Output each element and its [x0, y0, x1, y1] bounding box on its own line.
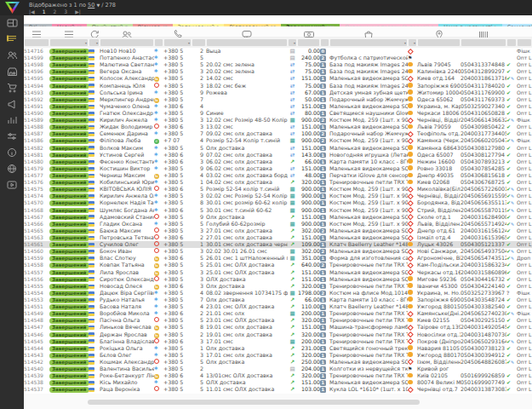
order-row[interactable]: 514586ЗавершенийФіліпова Люба✆+7 074Розм… — [24, 137, 532, 144]
order-row[interactable]: 514559ЗавершенийВлас Слотюуlc+380 6526.0… — [24, 255, 532, 262]
sidebar-item-clients[interactable] — [0, 48, 24, 64]
order-row[interactable]: 514596ЗавершенийВегера Оксана*+380 5320.… — [24, 68, 532, 75]
order-row[interactable]: 514546ЗавершенийДержан Ярославlc+380 521… — [24, 331, 532, 337]
order-row[interactable]: 514549ЗавершенийВоробйов Микола*+380 622… — [24, 310, 532, 317]
filter-input-name[interactable] — [100, 39, 153, 46]
order-row[interactable]: 514557ЗавершенийЛила Ярославlc+380 5325.… — [24, 269, 532, 276]
sidebar-item-orders-list[interactable] — [0, 32, 24, 48]
status-tab-3[interactable]: Відмова42 — [133, 15, 173, 26]
order-row[interactable]: 514589ЗавершенийКирилич Анжела*+380 5312… — [24, 117, 532, 124]
order-row[interactable]: 514538ЗавершенийКісь Михайло*+380 55ОЛХ … — [24, 379, 532, 386]
last-page-button[interactable]: ▶| — [75, 9, 81, 14]
horizontal-scrollbar[interactable] — [88, 400, 420, 405]
status-tab-9[interactable]: Самовивіз2 — [502, 15, 532, 26]
ukraine-flag-icon — [89, 222, 94, 227]
order-row[interactable]: 514551ЗавершенийБасова Наталя*+380 5423.… — [24, 303, 532, 310]
filter-input-ttn[interactable] — [461, 39, 506, 46]
carrier-cell — [408, 241, 417, 248]
order-row[interactable]: 514556ЗавершенийСиротюк Олександр+380 53… — [24, 276, 532, 283]
order-row[interactable]: 514598ЗавершенийМалютина Светлана*+380 5… — [24, 61, 532, 68]
filter-input-mark[interactable] — [507, 39, 516, 46]
order-row[interactable]: 514581ЗавершенийУстинов Сергей*+380 6907… — [24, 152, 532, 158]
sidebar-item-video[interactable] — [0, 177, 24, 193]
client-phone: +380 5 — [163, 214, 192, 221]
sidebar-item-globe[interactable] — [0, 161, 24, 177]
status-tab-1[interactable]: Новий48 — [52, 15, 87, 26]
order-row[interactable]: 514543ЗавершенийБєлов Олег*+380 5317.01 … — [24, 352, 532, 359]
order-row[interactable]: 514570ЗавершенийКорнелюк Надія Та...*+38… — [24, 199, 532, 206]
order-row[interactable]: 514582ЗавершенийВолков Максим*+380 55Олх… — [24, 145, 532, 152]
filter-input-price[interactable] — [298, 39, 319, 46]
order-row[interactable]: 514565ЗавершенийБаюка Максим+380 5327.01… — [24, 228, 532, 234]
order-row[interactable]: 514540ЗавершенийВалентина Васильє...*+38… — [24, 366, 532, 372]
sidebar-item-announce[interactable] — [0, 96, 24, 112]
source-lc-icon: lc — [154, 256, 159, 262]
order-row[interactable]: 514594ЗавершенийКомпанець Юля+380 5318.0… — [24, 83, 532, 89]
order-row[interactable]: 514716ЗавершенийНов10 Нов10*+380 52Выца▤… — [24, 48, 532, 55]
order-row[interactable]: 514599ЗавершенийПотапенко Анастас...*+38… — [24, 55, 532, 61]
order-row[interactable]: 514555ЗавершенийНовосад Олесяlc+380 63Ол… — [24, 283, 532, 290]
filter-input-product[interactable] — [330, 39, 407, 46]
status-tab-6[interactable]: Завершений278 — [281, 15, 340, 26]
status-tab-0[interactable]: Всі471 — [24, 15, 52, 26]
filter-input-mgr[interactable] — [518, 39, 531, 46]
order-row[interactable]: 514553ЗавершенийРудько Наталья*+380 57Ол… — [24, 297, 532, 303]
order-row[interactable]: 514587ЗавершенийСеменюк Дарина*+380 5709… — [24, 130, 532, 137]
flag-cell — [89, 61, 100, 68]
status-tab-8[interactable]: Нема в наявності1 — [438, 15, 501, 26]
order-row[interactable]: 514593ЗавершенийСольська Ірина*+380 59Ро… — [24, 89, 532, 96]
status-tab-7[interactable]: Повернення товару (в дорозі)0 — [340, 15, 438, 26]
order-price: 151.00 — [297, 165, 320, 172]
page-button-2[interactable]: 2 — [53, 9, 56, 14]
order-row[interactable]: 514539ЗавершенийРоке-Бетанкурт Лін...lc+… — [24, 372, 532, 379]
filter-input-status[interactable] — [50, 39, 88, 46]
status-tab-2[interactable]: Прийнятий7 — [87, 15, 133, 26]
order-row[interactable]: 514537ЗавершенийРаца Вероніка+380 5511.0… — [24, 386, 532, 393]
order-row[interactable]: 514579ЗавершенийКостишин Виктор*+380 590… — [24, 165, 532, 172]
sidebar-item-dashboard[interactable] — [0, 15, 24, 32]
order-row[interactable]: 514547ЗавершенийЛиньков Вячеславlc+380 5… — [24, 324, 532, 331]
order-row[interactable]: 514545ЗавершенийБлагінна Владіслава+380 … — [24, 338, 532, 345]
filter-input-comment[interactable] — [207, 39, 287, 46]
sidebar-item-info[interactable] — [0, 145, 24, 161]
status-tab-5[interactable]: Відправлений12 — [224, 15, 281, 26]
order-row[interactable]: 514563ЗавершенийПетровська Тетяна+380 62… — [24, 234, 532, 241]
order-row[interactable]: 514542ЗавершенийКошмак Александр+380 55О… — [24, 359, 532, 366]
page-button-3[interactable]: 3 — [64, 9, 67, 14]
order-row[interactable]: 514588ЗавершенийЖидак Володимир+380 6313… — [24, 124, 532, 130]
filter-input-id[interactable] — [25, 39, 49, 46]
order-row[interactable]: 514576ЗавершенийКобилинський Юрий*+380 5… — [24, 179, 532, 186]
sidebar-item-store[interactable] — [0, 64, 24, 80]
sidebar-item-stats[interactable] — [0, 112, 24, 129]
sidebar-item-settings-sliders[interactable] — [0, 129, 24, 145]
order-row[interactable]: 514591ЗавершенийЧумаченко Олена*+380 64⇄… — [24, 103, 532, 110]
order-row[interactable]: 514561ЗавершенийСучилов Олег+380 5130.01… — [24, 241, 532, 248]
filter-input-count[interactable] — [192, 39, 205, 46]
order-row[interactable]: 514567ЗавершенийАдамовский Станис...+380… — [24, 214, 532, 221]
order-row[interactable]: 514580ЗавершенийФесенко Константин*+380 … — [24, 158, 532, 165]
filter-input-phone[interactable] — [164, 39, 191, 46]
client-phone: +380 5 — [163, 193, 192, 199]
page-size-dropdown[interactable]: 50 — [88, 2, 94, 9]
order-row[interactable]: 514592ЗавершенийМеркпингер Андрейlc+380 … — [24, 96, 532, 103]
order-row[interactable]: 514560ЗавершенийБокоч Иван+380 5302.02 3… — [24, 248, 532, 255]
order-row[interactable]: 514574ЗавершенийКирилич Анжела Ол...*+38… — [24, 193, 532, 199]
filter-input-city[interactable] — [418, 39, 460, 46]
page-button-1[interactable]: 1 — [43, 9, 46, 14]
order-row[interactable]: 514566ЗавершенийГладик Оксана*+380 55Гол… — [24, 221, 532, 228]
sidebar-item-cart[interactable] — [0, 80, 24, 96]
status-tab-4[interactable]: Запакований1 — [173, 15, 225, 26]
ukrposhta-icon — [408, 152, 413, 157]
order-row[interactable]: 514577ЗавершенийЧерниш Максимlc+380 5403… — [24, 172, 532, 179]
first-page-button[interactable]: |◀ — [29, 9, 35, 14]
filter-input-src[interactable] — [155, 39, 163, 46]
order-row[interactable]: 514568ЗавершенийШумляс Богдана Ан...*+38… — [24, 207, 532, 214]
order-row[interactable]: 514575ЗавершенийКВІТОВСЬКА ЮЛІЯ+380 65Ро… — [24, 186, 532, 193]
order-row[interactable]: 514544ЗавершенийРокіцька Ольга*+380 51Ол… — [24, 345, 532, 352]
order-row[interactable]: 514554ЗавершенийДацюк Віра Сергіївна*+38… — [24, 290, 532, 297]
order-row[interactable]: 514558ЗавершенийКовпак Татьянаlc+380 552… — [24, 262, 532, 268]
order-row[interactable]: 514548ЗавершенийПасічна Ольга+380 5523.0… — [24, 317, 532, 324]
order-row[interactable]: 514595ЗавершенийКолосок Александрlc+380 … — [24, 75, 532, 82]
filter-input-qty[interactable] — [321, 39, 329, 46]
order-row[interactable]: 514590ЗавершенийГнатюк Олександр*+380 59… — [24, 110, 532, 117]
